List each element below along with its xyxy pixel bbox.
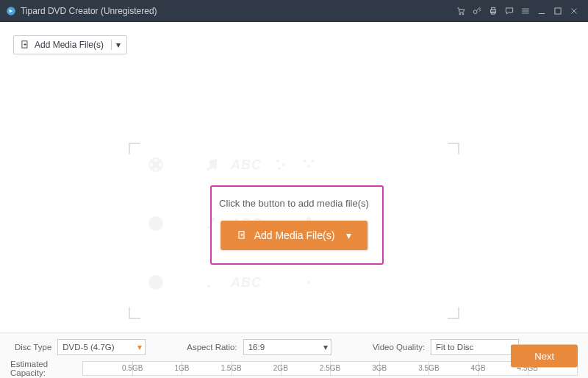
dots-icon [300, 274, 318, 291]
menu-icon[interactable] [517, 0, 534, 22]
svg-point-22 [148, 216, 163, 231]
svg-point-2 [462, 13, 464, 15]
svg-point-26 [207, 285, 210, 288]
music-icon [203, 215, 220, 232]
add-media-label-top: Add Media File(s) [35, 40, 104, 50]
reel-icon [147, 156, 165, 174]
add-file-icon [20, 40, 30, 50]
svg-point-20 [311, 160, 314, 163]
svg-point-25 [148, 275, 163, 290]
scale-tick-label: 2.5GB [320, 364, 340, 372]
capacity-scale: 0.5GB1GB1.5GB2GB2.5GB3GB3.5GB4GB4.5GB [82, 361, 578, 376]
titlebar: Tipard DVD Creator (Unregistered) [0, 0, 588, 22]
main-canvas: ABC ABC ABC Click the button to add medi… [0, 54, 588, 319]
add-media-label-main: Add Media File(s) [254, 229, 335, 241]
video-quality-value: Fit to Disc [436, 343, 473, 352]
watermark-row: ABC [147, 274, 318, 291]
chevron-down-icon: ▾ [346, 229, 351, 241]
next-button[interactable]: Next [511, 344, 578, 367]
disc-type-select[interactable]: DVD-5 (4.7G) ▾ [57, 339, 146, 355]
chat-icon[interactable] [501, 0, 517, 22]
watermark-text: ABC [231, 157, 262, 173]
print-icon[interactable] [485, 0, 501, 22]
add-media-button-top[interactable]: Add Media File(s) ▾ [13, 35, 127, 54]
svg-rect-5 [492, 7, 495, 10]
watermark-row: ABC [147, 156, 318, 174]
key-icon[interactable] [469, 0, 485, 22]
scale-tick-label: 2GB [273, 364, 288, 372]
chevron-down-icon: ▾ [323, 342, 328, 352]
chevron-down-icon: ▾ [111, 40, 121, 50]
svg-point-13 [150, 163, 153, 166]
music-icon [203, 274, 220, 291]
svg-point-10 [154, 159, 157, 162]
close-icon[interactable] [566, 0, 582, 22]
svg-point-15 [214, 166, 217, 169]
watermark-text: ABC [231, 275, 262, 290]
scale-tick-label: 1.5GB [220, 364, 241, 372]
reel-icon [147, 215, 165, 232]
slider-icon [272, 156, 290, 174]
slider-icon [272, 274, 290, 291]
window-title: Tipard DVD Creator (Unregistered) [21, 6, 157, 16]
svg-point-23 [207, 226, 210, 229]
app-logo-icon [6, 6, 16, 16]
scale-tick-label: 4GB [471, 364, 486, 372]
cart-icon[interactable] [453, 0, 469, 22]
dots-icon [300, 156, 318, 174]
svg-rect-7 [555, 8, 561, 14]
svg-point-17 [282, 163, 285, 166]
toolbar: Add Media File(s) ▾ [0, 22, 588, 54]
capacity-label: Estimated Capacity: [10, 360, 82, 377]
music-icon [203, 156, 220, 174]
svg-point-18 [278, 167, 281, 170]
aspect-ratio-select[interactable]: 16:9 ▾ [243, 339, 331, 355]
disc-type-value: DVD-5 (4.7G) [62, 343, 114, 352]
disc-type-label: Disc Type [15, 343, 51, 352]
aspect-ratio-label: Aspect Ratio: [187, 343, 237, 352]
center-prompt: Click the button to add media file(s) Ad… [219, 198, 369, 250]
minimize-icon[interactable] [534, 0, 550, 22]
svg-point-3 [473, 10, 477, 14]
scale-tick-label: 3GB [372, 364, 387, 372]
svg-point-1 [459, 13, 461, 15]
video-quality-label: Video Quality: [373, 343, 425, 352]
reel-icon [147, 274, 165, 291]
svg-point-27 [307, 281, 310, 284]
maximize-icon[interactable] [550, 0, 566, 22]
svg-point-14 [207, 168, 209, 171]
bottom-panel: Disc Type DVD-5 (4.7G) ▾ Aspect Ratio: 1… [0, 332, 588, 378]
svg-point-12 [154, 168, 157, 171]
svg-point-21 [307, 165, 310, 168]
svg-point-16 [276, 160, 279, 163]
add-media-button-main[interactable]: Add Media File(s) ▾ [220, 221, 368, 250]
svg-point-19 [304, 160, 306, 163]
aspect-ratio-value: 16:9 [248, 343, 265, 352]
sparkle-icon [175, 274, 193, 291]
video-quality-select[interactable]: Fit to Disc ▾ [431, 339, 519, 355]
sparkle-icon [175, 156, 193, 174]
chevron-down-icon: ▾ [137, 342, 142, 352]
add-file-icon [237, 230, 247, 240]
prompt-text: Click the button to add media file(s) [219, 198, 369, 209]
scale-tick-label: 1GB [174, 364, 189, 372]
scale-tick-label: 3.5GB [418, 364, 439, 372]
scale-tick-label: 0.5GB [122, 364, 143, 372]
sparkle-icon [175, 215, 193, 232]
svg-point-11 [159, 163, 162, 166]
